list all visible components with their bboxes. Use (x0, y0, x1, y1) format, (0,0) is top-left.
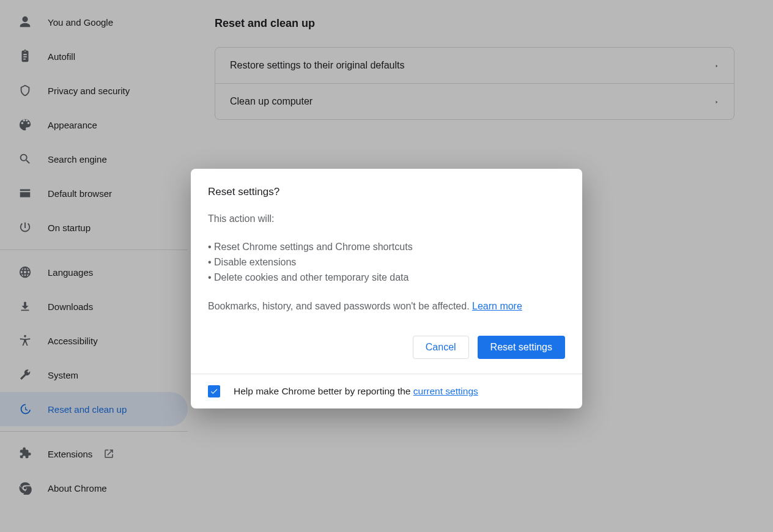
dialog-footer: Help make Chrome better by reporting the… (191, 374, 582, 408)
dialog-bullet: • Reset Chrome settings and Chrome short… (208, 240, 565, 255)
dialog-text: This action will: • Reset Chrome setting… (208, 212, 565, 314)
dialog-bullet: • Delete cookies and other temporary sit… (208, 270, 565, 286)
dialog-intro: This action will: (208, 213, 274, 224)
dialog-outro: Bookmarks, history, and saved passwords … (208, 301, 472, 311)
reset-settings-dialog: Reset settings? This action will: • Rese… (191, 169, 582, 409)
current-settings-link[interactable]: current settings (413, 386, 478, 396)
dialog-title: Reset settings? (208, 186, 565, 198)
footer-text: Help make Chrome better by reporting the… (234, 386, 478, 397)
reset-settings-button[interactable]: Reset settings (478, 336, 565, 359)
learn-more-link[interactable]: Learn more (472, 301, 522, 311)
cancel-button[interactable]: Cancel (413, 336, 469, 359)
modal-overlay[interactable]: Reset settings? This action will: • Rese… (0, 0, 773, 532)
dialog-bullet: • Disable extensions (208, 255, 565, 270)
report-settings-checkbox[interactable] (208, 385, 220, 397)
